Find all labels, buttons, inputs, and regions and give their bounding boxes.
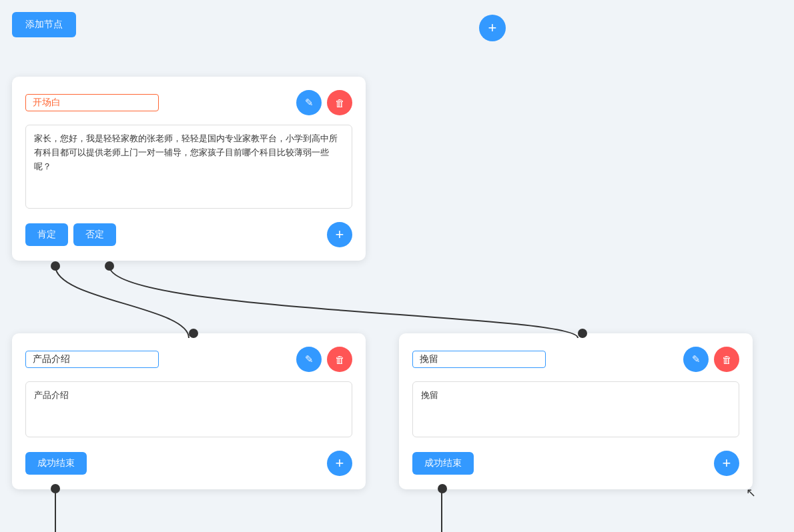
- yes-connector-dot: [51, 261, 60, 271]
- node3-end-dot: [438, 484, 447, 493]
- trash-icon: 🗑: [335, 97, 345, 109]
- node-title-input[interactable]: [412, 351, 546, 368]
- header-buttons: ✎ 🗑: [683, 347, 739, 372]
- node-footer: 成功结束 +: [412, 451, 739, 476]
- no-button[interactable]: 否定: [73, 223, 116, 246]
- edit-button[interactable]: ✎: [296, 347, 322, 372]
- edit-icon: ✎: [305, 353, 314, 365]
- node-product: ✎ 🗑 产品介绍 成功结束 +: [12, 333, 366, 489]
- trash-icon: 🗑: [722, 354, 732, 365]
- add-response-button[interactable]: +: [327, 222, 352, 247]
- trash-icon: 🗑: [335, 354, 345, 365]
- node-wanliu: ✎ 🗑 挽留 成功结束 +: [399, 333, 753, 489]
- node-textarea[interactable]: 家长，您好，我是轻轻家教的张老师，轻轻是国内专业家教平台，小学到高中所有科目都可…: [25, 125, 352, 209]
- node2-end-dot: [51, 484, 60, 493]
- header-buttons: ✎ 🗑: [296, 90, 352, 115]
- edit-icon: ✎: [305, 97, 314, 109]
- toolbar: 添加节点: [12, 12, 76, 37]
- node-textarea[interactable]: 挽留: [412, 381, 739, 437]
- no-connector-dot: [105, 261, 114, 271]
- float-add-button[interactable]: +: [479, 15, 506, 41]
- node-footer: 肯定 否定 +: [25, 222, 352, 247]
- node-footer: 成功结束 +: [25, 451, 352, 476]
- delete-button[interactable]: 🗑: [714, 347, 739, 372]
- node-kaichang: ✎ 🗑 家长，您好，我是轻轻家教的张老师，轻轻是国内专业家教平台，小学到高中所有…: [12, 77, 366, 261]
- node2-incoming-dot: [189, 329, 198, 338]
- cursor-icon: ↖: [746, 485, 756, 500]
- add-node-button[interactable]: 添加节点: [12, 12, 76, 37]
- node-title-input[interactable]: [25, 94, 159, 111]
- add-response-button[interactable]: +: [327, 451, 352, 476]
- node-header: ✎ 🗑: [25, 347, 352, 372]
- edit-button[interactable]: ✎: [296, 90, 322, 115]
- node-textarea[interactable]: 产品介绍: [25, 381, 352, 437]
- yes-button[interactable]: 肯定: [25, 223, 68, 246]
- edit-button[interactable]: ✎: [683, 347, 709, 372]
- node3-incoming-dot: [578, 329, 587, 338]
- delete-button[interactable]: 🗑: [327, 90, 352, 115]
- header-buttons: ✎ 🗑: [296, 347, 352, 372]
- node-header: ✎ 🗑: [25, 90, 352, 115]
- node-title-input[interactable]: [25, 351, 159, 368]
- end-button[interactable]: 成功结束: [25, 452, 87, 475]
- add-response-button[interactable]: +: [714, 451, 739, 476]
- delete-button[interactable]: 🗑: [327, 347, 352, 372]
- edit-icon: ✎: [692, 353, 701, 365]
- node-header: ✎ 🗑: [412, 347, 739, 372]
- end-button[interactable]: 成功结束: [412, 452, 474, 475]
